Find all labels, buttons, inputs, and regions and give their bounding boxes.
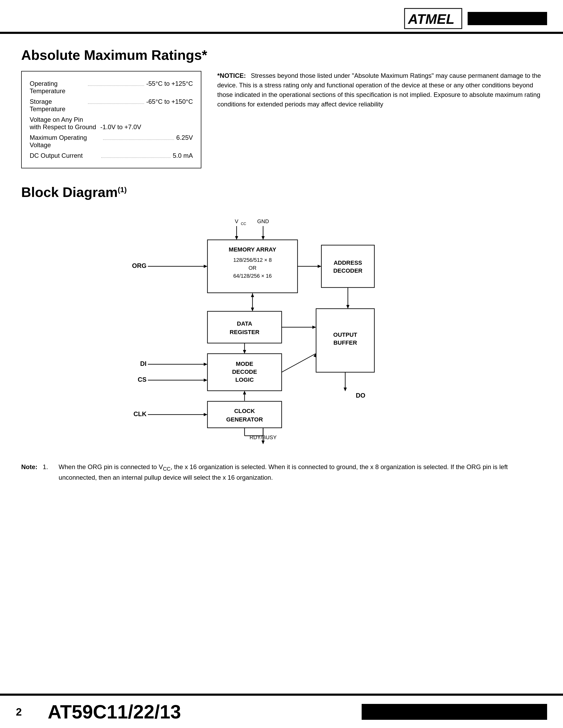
svg-marker-38: [261, 441, 265, 444]
svg-marker-15: [251, 308, 254, 311]
rating-value-5: 5.0 mA: [173, 152, 193, 159]
block-diagram-title: Block Diagram(1): [21, 184, 542, 200]
rating-label-2: Storage Temperature: [30, 98, 86, 113]
memory-org2: 64/128/256 × 16: [233, 273, 271, 279]
table-row: Operating Temperature -55°C to +125°C: [30, 80, 193, 95]
svg-marker-36: [344, 388, 347, 391]
svg-marker-17: [313, 326, 316, 329]
vcc-label: V: [235, 218, 238, 224]
footer: 2 AT59C11/22/13: [0, 694, 563, 728]
org-pin-label: ORG: [132, 262, 146, 269]
svg-rect-9: [322, 245, 374, 287]
vcc-sub: CC: [241, 222, 246, 226]
clock-gen-title: CLOCK: [234, 408, 254, 414]
output-buffer-title: OUTPUT: [333, 331, 357, 338]
rating-value-2: -65°C to +150°C: [146, 98, 193, 105]
svg-marker-32: [204, 413, 207, 416]
svg-rect-30: [207, 401, 282, 428]
block-diagram-svg: .block-text { font-family: Arial, Helvet…: [56, 211, 507, 449]
svg-line-28: [282, 354, 316, 372]
clk-pin-label: CLK: [133, 410, 146, 417]
memory-org1: 128/256/512 × 8: [233, 257, 271, 263]
svg-marker-5: [261, 236, 265, 240]
svg-marker-3: [235, 236, 238, 240]
notice-body: Stresses beyond those listed under "Abso…: [217, 72, 541, 108]
gnd-label: GND: [257, 218, 268, 224]
memory-array-title: MEMORY ARRAY: [229, 246, 276, 253]
note-section: Note: 1. When the ORG pin is connected t…: [21, 462, 542, 482]
note-label: Note:: [21, 462, 37, 482]
rating-label-4: Maximum Operating Voltage: [30, 134, 101, 149]
table-row: Storage Temperature -65°C to +150°C: [30, 98, 193, 113]
rating-label-5: DC Output Current: [30, 152, 99, 159]
footer-bar: [362, 704, 547, 720]
note-text: When the ORG pin is connected to VCC, th…: [59, 462, 542, 482]
header: ATMEL: [0, 0, 563, 34]
footer-model: AT59C11/22/13: [48, 701, 362, 723]
table-row: DC Output Current 5.0 mA: [30, 152, 193, 159]
notice-text: *NOTICE: Stresses beyond those listed un…: [217, 71, 542, 109]
svg-marker-8: [204, 265, 207, 268]
absolute-maximum-ratings-title: Absolute Maximum Ratings*: [21, 47, 542, 63]
rating-value-3: -1.0V to +7.0V: [100, 123, 141, 131]
clock-gen-title2: GENERATOR: [226, 416, 263, 423]
svg-marker-25: [204, 363, 207, 366]
table-row: Maximum Operating Voltage 6.25V: [30, 134, 193, 149]
mode-decode-title3: LOGIC: [235, 376, 254, 383]
atmel-logo: ATMEL: [404, 8, 547, 29]
svg-marker-34: [243, 391, 246, 394]
notice-label: *NOTICE:: [217, 72, 246, 79]
note-number: 1.: [43, 462, 48, 482]
data-register-title2: REGISTER: [229, 329, 259, 335]
rating-value-4: 6.25V: [176, 134, 193, 141]
main-content: Absolute Maximum Ratings* Operating Temp…: [0, 34, 563, 496]
rating-label-3: Voltage on Any Pin with Respect to Groun…: [30, 116, 141, 131]
cs-pin-label: CS: [137, 376, 146, 383]
do-pin-label: DO: [356, 392, 365, 399]
svg-rect-12: [207, 311, 282, 343]
block-diagram-container: .block-text { font-family: Arial, Helvet…: [56, 211, 507, 449]
svg-marker-27: [204, 379, 207, 382]
svg-marker-14: [251, 293, 254, 297]
atmel-logo-bar: [468, 12, 547, 25]
address-decoder-title2: DECODER: [333, 267, 362, 274]
data-register-title: DATA: [237, 320, 252, 327]
output-buffer-title2: BUFFER: [333, 339, 357, 346]
memory-or: OR: [248, 265, 256, 271]
footer-page: 2: [16, 706, 37, 718]
atmel-logo-svg: ATMEL: [404, 8, 462, 29]
ratings-layout: Operating Temperature -55°C to +125°C St…: [21, 71, 542, 168]
ratings-table: Operating Temperature -55°C to +125°C St…: [21, 71, 201, 168]
rating-label-1: Operating Temperature: [30, 80, 86, 95]
svg-text:ATMEL: ATMEL: [408, 11, 454, 27]
svg-marker-23: [243, 350, 246, 354]
table-row: Voltage on Any Pin with Respect to Groun…: [30, 116, 193, 131]
mode-decode-title2: DECODE: [232, 369, 257, 375]
address-decoder-title: ADDRESS: [334, 259, 362, 266]
svg-marker-11: [318, 265, 322, 268]
di-pin-label: DI: [140, 360, 146, 367]
rating-value-1: -55°C to +125°C: [146, 80, 193, 87]
svg-marker-20: [346, 305, 350, 309]
mode-decode-title: MODE: [236, 361, 253, 367]
